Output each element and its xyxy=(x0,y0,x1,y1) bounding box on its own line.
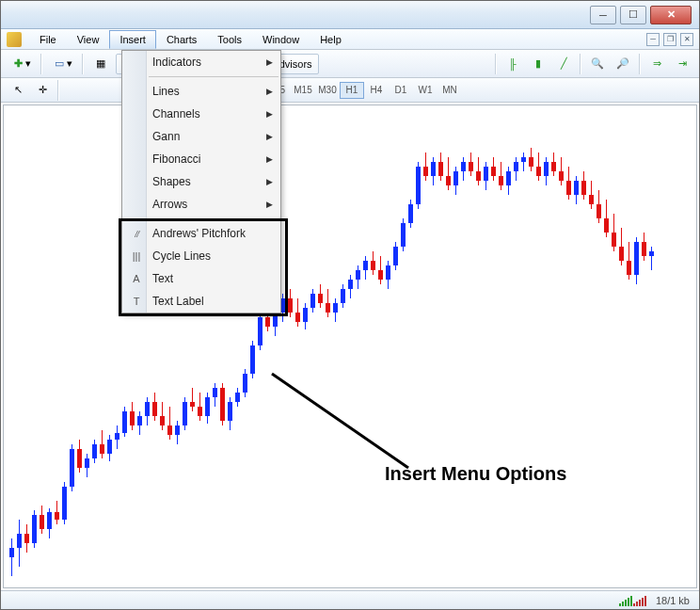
menu-item-andrews-pitchfork[interactable]: ⫽Andrews' Pitchfork xyxy=(122,222,280,245)
crosshair-icon: ✛ xyxy=(35,83,50,98)
mdi-close-button[interactable]: ✕ xyxy=(680,33,693,46)
cycle-icon: ||| xyxy=(128,250,145,262)
status-net: 18/1 kb xyxy=(656,595,690,606)
app-window: ─ ☐ ✕ File View Insert Charts Tools Wind… xyxy=(0,0,700,610)
line-chart-button[interactable]: ╱ xyxy=(552,54,575,74)
menu-item-gann[interactable]: Gann▶ xyxy=(122,125,280,148)
menu-item-arrows[interactable]: Arrows▶ xyxy=(122,193,280,216)
separator xyxy=(639,54,641,74)
mdi-restore-button[interactable]: ❐ xyxy=(663,33,676,46)
cursor-icon: ↖ xyxy=(10,83,25,98)
menu-file[interactable]: File xyxy=(29,30,67,49)
menu-separator xyxy=(149,76,278,77)
menubar: File View Insert Charts Tools Window Hel… xyxy=(1,29,699,50)
toolbar-main: ✚▾ ▭▾ ▦ ✚w Order ◆ ☻Expert Advisors ╟ ▮ … xyxy=(1,50,699,78)
timeframe-h4[interactable]: H4 xyxy=(364,82,389,99)
menu-tools[interactable]: Tools xyxy=(207,30,252,49)
menu-item-channels[interactable]: Channels▶ xyxy=(122,103,280,125)
connection-bars-icon xyxy=(619,595,646,606)
maximize-button[interactable]: ☐ xyxy=(620,6,646,24)
separator xyxy=(495,54,497,74)
submenu-arrow-icon: ▶ xyxy=(266,109,273,119)
toolbar-objects: ↖ ✛ M1M5M15M30H1H4D1W1MN xyxy=(1,78,699,103)
app-icon xyxy=(7,32,22,47)
menu-item-shapes[interactable]: Shapes▶ xyxy=(122,170,280,193)
menu-label: Lines xyxy=(152,85,180,98)
menu-item-fibonacci[interactable]: Fibonacci▶ xyxy=(122,148,280,170)
candles-button[interactable]: ▮ xyxy=(527,54,549,74)
cursor-button[interactable]: ↖ xyxy=(7,80,29,101)
submenu-arrow-icon: ▶ xyxy=(266,177,273,186)
timeframe-m15[interactable]: M15 xyxy=(291,82,315,99)
menu-label: Shapes xyxy=(152,175,191,188)
statusbar: 18/1 kb xyxy=(1,590,699,609)
timeframe-h1[interactable]: H1 xyxy=(340,82,364,99)
menu-item-text-label[interactable]: TText Label xyxy=(122,290,280,313)
menu-charts[interactable]: Charts xyxy=(156,30,207,49)
submenu-arrow-icon: ▶ xyxy=(266,87,273,96)
separator xyxy=(82,54,84,74)
plus-icon: ✚ xyxy=(10,56,25,72)
new-chart-button[interactable]: ✚▾ xyxy=(7,54,35,74)
zoom-out-icon: 🔎 xyxy=(615,56,630,72)
titlebar: ─ ☐ ✕ xyxy=(1,1,699,29)
maximize-icon: ☐ xyxy=(628,8,638,21)
shift-icon: ⇥ xyxy=(675,56,690,72)
zoom-in-icon: 🔍 xyxy=(590,56,605,72)
candlestick-chart xyxy=(4,105,696,587)
separator xyxy=(57,80,59,101)
pitchfork-icon: ⫽ xyxy=(128,228,145,239)
text-icon: A xyxy=(128,273,145,284)
bar-chart-button[interactable]: ╟ xyxy=(501,54,524,74)
menu-label: Arrows xyxy=(152,198,187,211)
crosshair-button[interactable]: ✛ xyxy=(31,80,54,101)
profiles-button[interactable]: ▭▾ xyxy=(48,54,76,74)
submenu-arrow-icon: ▶ xyxy=(266,200,273,209)
submenu-arrow-icon: ▶ xyxy=(266,57,273,67)
menu-label: Fibonacci xyxy=(152,152,200,166)
chart-shift-button[interactable]: ⇥ xyxy=(671,54,693,74)
separator xyxy=(580,54,581,74)
menu-label: Text Label xyxy=(152,295,204,308)
timeframe-mn[interactable]: MN xyxy=(438,82,462,99)
submenu-arrow-icon: ▶ xyxy=(266,154,273,164)
menu-separator xyxy=(149,218,278,219)
menu-item-cycle-lines[interactable]: |||Cycle Lines xyxy=(122,245,280,267)
menu-label: Indicators xyxy=(152,56,201,69)
zoom-out-button[interactable]: 🔎 xyxy=(612,54,634,74)
list-icon: ▦ xyxy=(93,56,108,72)
market-watch-button[interactable]: ▦ xyxy=(89,54,112,74)
menu-item-text[interactable]: AText xyxy=(122,267,280,290)
insert-menu-dropdown: Indicators▶ Lines▶ Channels▶ Gann▶ Fibon… xyxy=(121,50,281,313)
profile-icon: ▭ xyxy=(52,56,67,72)
autoscroll-button[interactable]: ⇒ xyxy=(645,54,668,74)
menu-label: Gann xyxy=(152,130,180,143)
zoom-in-button[interactable]: 🔍 xyxy=(586,54,609,74)
separator xyxy=(40,54,42,74)
candle-icon: ▮ xyxy=(531,56,546,72)
timeframe-d1[interactable]: D1 xyxy=(389,82,413,99)
minimize-icon: ─ xyxy=(599,9,607,21)
barchart-icon: ╟ xyxy=(505,56,520,72)
minimize-button[interactable]: ─ xyxy=(590,6,616,24)
linechart-icon: ╱ xyxy=(556,56,571,72)
submenu-arrow-icon: ▶ xyxy=(266,132,273,141)
mdi-minimize-button[interactable]: ─ xyxy=(646,33,660,46)
close-icon: ✕ xyxy=(667,8,676,21)
close-button[interactable]: ✕ xyxy=(650,6,692,24)
chart-area[interactable]: Insert Menu Options xyxy=(3,104,697,588)
menu-label: Andrews' Pitchfork xyxy=(152,227,246,240)
menu-label: Channels xyxy=(152,107,200,120)
timeframe-m30[interactable]: M30 xyxy=(315,82,340,99)
timeframe-w1[interactable]: W1 xyxy=(413,82,438,99)
text-label-icon: T xyxy=(128,296,145,307)
menu-help[interactable]: Help xyxy=(310,30,352,49)
menu-item-lines[interactable]: Lines▶ xyxy=(122,80,280,103)
menu-insert[interactable]: Insert xyxy=(109,30,156,49)
menu-item-indicators[interactable]: Indicators▶ xyxy=(122,51,280,73)
menu-window[interactable]: Window xyxy=(252,30,310,49)
menu-label: Cycle Lines xyxy=(152,249,211,263)
menu-label: Text xyxy=(152,272,173,285)
autoscroll-icon: ⇒ xyxy=(649,56,664,72)
menu-view[interactable]: View xyxy=(67,30,110,49)
